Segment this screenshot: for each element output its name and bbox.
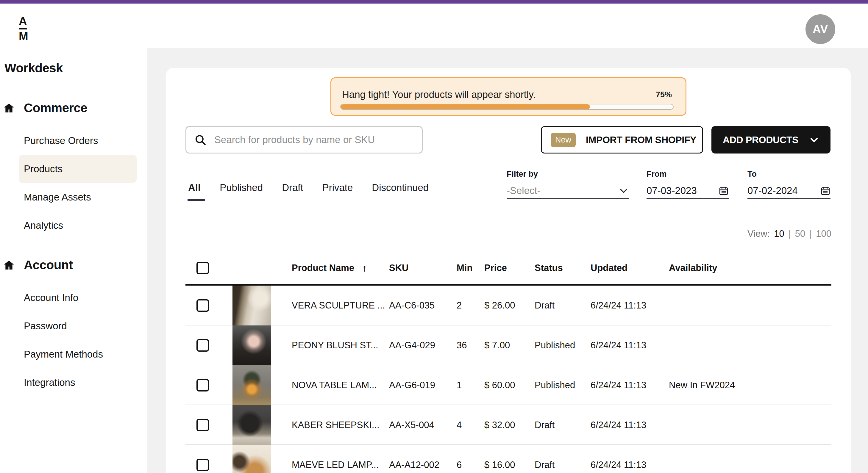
min-cell: 6	[457, 460, 484, 470]
import-from-shopify-button[interactable]: New IMPORT FROM SHOPIFY	[541, 126, 703, 154]
table-row[interactable]: VERA SCULPTURE ... AA-C6-035 2 $ 26.00 D…	[185, 285, 831, 326]
status-cell: Published	[535, 340, 591, 351]
view-option-100[interactable]: 100	[816, 229, 831, 239]
price-cell: $ 16.00	[484, 460, 535, 470]
tab-draft[interactable]: Draft	[282, 182, 303, 201]
sidebar-section-commerce[interactable]: Commerce	[3, 101, 147, 115]
sidebar-item-products[interactable]: Products	[19, 155, 136, 183]
sidebar-section-label: Commerce	[24, 101, 87, 115]
updated-cell: 6/24/24 11:13	[591, 380, 669, 391]
column-header-status[interactable]: Status	[535, 263, 591, 273]
row-checkbox[interactable]	[196, 379, 209, 392]
product-thumbnail	[232, 405, 271, 445]
from-label: From	[647, 170, 729, 179]
brand-logo: A M	[19, 15, 37, 42]
column-header-product-name[interactable]: Product Name ↑	[292, 262, 389, 274]
chevron-down-icon	[809, 135, 819, 145]
sidebar-title: Workdesk	[4, 61, 147, 75]
table-row[interactable]: PEONY BLUSH ST... AA-G4-029 36 $ 7.00 Pu…	[185, 326, 831, 365]
sidebar-item-manage-assets[interactable]: Manage Assets	[0, 183, 147, 211]
sidebar: Workdesk Commerce Purchase Orders Produc…	[0, 48, 147, 473]
row-checkbox[interactable]	[196, 419, 209, 431]
tab-all[interactable]: All	[188, 182, 200, 201]
row-checkbox[interactable]	[196, 299, 209, 312]
column-header-price[interactable]: Price	[484, 263, 535, 273]
account-nav-list: Account Info Password Payment Methods In…	[0, 283, 147, 397]
search-icon	[194, 134, 207, 146]
search-box	[185, 126, 423, 154]
row-checkbox[interactable]	[196, 339, 209, 351]
column-header-sku[interactable]: SKU	[389, 263, 457, 273]
filter-by-label: Filter by	[507, 170, 629, 179]
commerce-nav-list: Purchase Orders Products Manage Assets A…	[0, 127, 147, 239]
app-header: A M AV	[0, 4, 868, 48]
product-thumbnail	[232, 285, 271, 326]
product-name-cell[interactable]: VERA SCULPTURE ...	[292, 300, 389, 311]
select-all-cell	[185, 262, 232, 274]
product-thumbnail	[232, 365, 271, 405]
to-label: To	[747, 170, 831, 179]
product-name-cell[interactable]: PEONY BLUSH ST...	[292, 340, 389, 351]
status-tabs: All Published Draft Private Discontinued	[188, 182, 429, 201]
sidebar-item-analytics[interactable]: Analytics	[0, 211, 147, 239]
top-accent-bar	[0, 0, 868, 4]
tab-published[interactable]: Published	[220, 182, 263, 201]
progress-banner: Hang tight! Your products will appear sh…	[331, 77, 686, 116]
to-date-field[interactable]: 07-02-2024	[747, 183, 831, 199]
min-cell: 4	[457, 420, 484, 431]
product-thumbnail	[232, 445, 271, 473]
tab-private[interactable]: Private	[322, 182, 353, 201]
products-table: Product Name ↑ SKU Min Price Status Upda…	[185, 252, 831, 473]
banner-message: Hang tight! Your products will appear sh…	[342, 89, 536, 100]
product-name-cell[interactable]: KABER SHEEPSKI...	[292, 420, 389, 431]
min-cell: 1	[457, 380, 484, 391]
to-date-value: 07-02-2024	[747, 185, 798, 196]
calendar-icon[interactable]	[719, 185, 729, 196]
sidebar-item-account-info[interactable]: Account Info	[0, 283, 147, 312]
price-cell: $ 26.00	[484, 300, 535, 311]
logo-divider	[19, 28, 27, 29]
import-button-label: IMPORT FROM SHOPIFY	[586, 134, 696, 145]
view-label: View:	[747, 229, 770, 239]
product-name-cell[interactable]: MAEVE LED LAMP...	[292, 460, 389, 470]
table-row[interactable]: KABER SHEEPSKI... AA-X5-004 4 $ 32.00 Dr…	[185, 405, 831, 445]
date-to-group: To 07-02-2024	[747, 170, 831, 199]
table-row[interactable]: MAEVE LED LAMP... AA-A12-002 6 $ 16.00 D…	[185, 445, 831, 473]
updated-cell: 6/24/24 11:13	[591, 420, 669, 431]
sidebar-item-password[interactable]: Password	[0, 312, 147, 340]
calendar-icon[interactable]	[820, 185, 831, 196]
tab-discontinued[interactable]: Discontinued	[372, 182, 429, 201]
product-name-cell[interactable]: NOVA TABLE LAM...	[292, 380, 389, 391]
sort-ascending-icon: ↑	[362, 262, 367, 274]
user-avatar[interactable]: AV	[805, 14, 835, 44]
sidebar-item-payment-methods[interactable]: Payment Methods	[0, 340, 147, 368]
add-products-button[interactable]: ADD PRODUCTS	[711, 126, 831, 154]
status-cell: Draft	[535, 300, 591, 311]
min-cell: 2	[457, 300, 484, 311]
view-option-50[interactable]: 50	[795, 229, 805, 239]
select-all-checkbox[interactable]	[196, 262, 209, 274]
sidebar-section-account[interactable]: Account	[3, 258, 147, 272]
updated-cell: 6/24/24 11:13	[591, 460, 669, 470]
sku-cell: AA-G4-029	[389, 340, 457, 351]
sidebar-item-integrations[interactable]: Integrations	[0, 368, 147, 397]
view-option-10[interactable]: 10	[774, 229, 784, 239]
row-checkbox[interactable]	[196, 459, 209, 471]
from-date-field[interactable]: 07-03-2023	[647, 183, 729, 199]
search-input[interactable]	[214, 134, 414, 145]
sku-cell: AA-C6-035	[389, 300, 457, 311]
status-cell: Published	[535, 380, 591, 391]
progress-bar-fill	[341, 104, 590, 109]
sidebar-item-purchase-orders[interactable]: Purchase Orders	[0, 127, 147, 155]
updated-cell: 6/24/24 11:13	[591, 340, 669, 351]
table-row[interactable]: NOVA TABLE LAM... AA-G6-019 1 $ 60.00 Pu…	[185, 365, 831, 405]
sku-cell: AA-G6-019	[389, 380, 457, 391]
column-header-min[interactable]: Min	[457, 263, 484, 273]
filter-by-select[interactable]: -Select-	[507, 183, 629, 199]
progress-bar-track	[340, 104, 674, 110]
column-header-availability[interactable]: Availability	[669, 263, 831, 273]
sku-cell: AA-X5-004	[389, 420, 457, 431]
column-header-updated[interactable]: Updated	[591, 263, 669, 273]
view-separator: |	[788, 229, 791, 239]
new-badge: New	[551, 133, 576, 147]
